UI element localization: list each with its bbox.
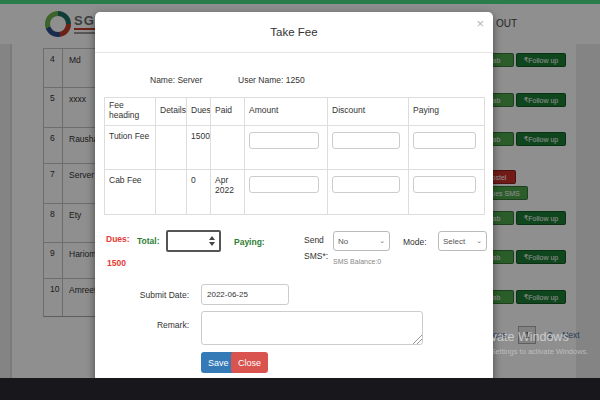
remark-label: Remark: [125, 320, 189, 330]
user-name-label: User Name: 1250 [238, 75, 305, 85]
taskbar [0, 378, 600, 400]
chevron-down-icon: ⌄ [476, 237, 482, 245]
dues-cell: 1500 [187, 126, 211, 170]
paid-cell [211, 126, 245, 170]
paid-cell: Apr 2022 [211, 170, 245, 215]
screen: SGT OUT 4 Md 5 xxxx 6 Rausha 7 Server [0, 0, 600, 400]
fee-row-cab: Cab Fee 0 Apr 2022 [105, 170, 485, 215]
paying-input[interactable] [413, 176, 476, 193]
mode-select[interactable]: Select ⌄ [438, 231, 487, 251]
spinner-down-icon[interactable] [209, 242, 215, 246]
submit-date-input[interactable] [201, 284, 289, 305]
take-fee-modal: Take Fee × Name: Server User Name: 1250 … [95, 12, 493, 382]
close-icon[interactable]: × [476, 17, 484, 30]
mode-selected-value: Select [443, 237, 465, 246]
dues-value: 1500 [107, 258, 126, 268]
total-spinner-input[interactable] [166, 230, 221, 252]
spinner-arrows[interactable] [209, 236, 215, 246]
top-green-bar [0, 0, 600, 4]
submit-date-label: Submit Date: [125, 290, 189, 300]
remark-textarea[interactable] [201, 311, 423, 345]
modal-header-divider [95, 52, 493, 53]
col-paid: Paid [211, 98, 245, 126]
dues-cell: 0 [187, 170, 211, 215]
send-sms-selected-value: No [338, 237, 348, 246]
col-details: Details [156, 98, 187, 126]
sms-balance-label: SMS Balance:0 [333, 258, 381, 265]
fee-row-tution: Tution Fee 1500 [105, 126, 485, 170]
col-paying: Paying [409, 98, 485, 126]
dues-label: Dues: [106, 234, 130, 244]
discount-input[interactable] [332, 132, 400, 149]
paying-input[interactable] [413, 132, 476, 149]
col-dues: Dues [187, 98, 211, 126]
col-amount: Amount [245, 98, 328, 126]
col-fee-heading: Fee heading [105, 98, 156, 126]
send-sms-label-line2: SMS*: [304, 251, 328, 261]
send-sms-select[interactable]: No ⌄ [333, 231, 390, 251]
details-cell [156, 126, 187, 170]
chevron-down-icon: ⌄ [379, 237, 385, 245]
close-button[interactable]: Close [231, 352, 268, 373]
amount-input[interactable] [249, 176, 319, 193]
activate-windows-watermark: Activate Windows [470, 330, 569, 344]
col-discount: Discount [328, 98, 409, 126]
details-cell [156, 170, 187, 215]
modal-title: Take Fee [95, 26, 493, 38]
fee-table: Fee heading Details Dues Paid Amount Dis… [104, 97, 485, 215]
activate-windows-watermark-line2: Go to Settings to activate Windows. [470, 347, 588, 356]
discount-input[interactable] [332, 176, 400, 193]
spinner-up-icon[interactable] [209, 236, 215, 240]
amount-input[interactable] [249, 132, 319, 149]
total-label: Total: [137, 236, 160, 246]
student-name-label: Name: Server [150, 75, 202, 85]
fee-heading-cell: Tution Fee [105, 126, 156, 170]
mode-label: Mode: [403, 237, 427, 247]
fee-heading-cell: Cab Fee [105, 170, 156, 215]
paying-label: Paying: [234, 237, 265, 247]
fee-table-header-row: Fee heading Details Dues Paid Amount Dis… [105, 98, 485, 126]
send-sms-label-line1: Send [304, 235, 324, 245]
